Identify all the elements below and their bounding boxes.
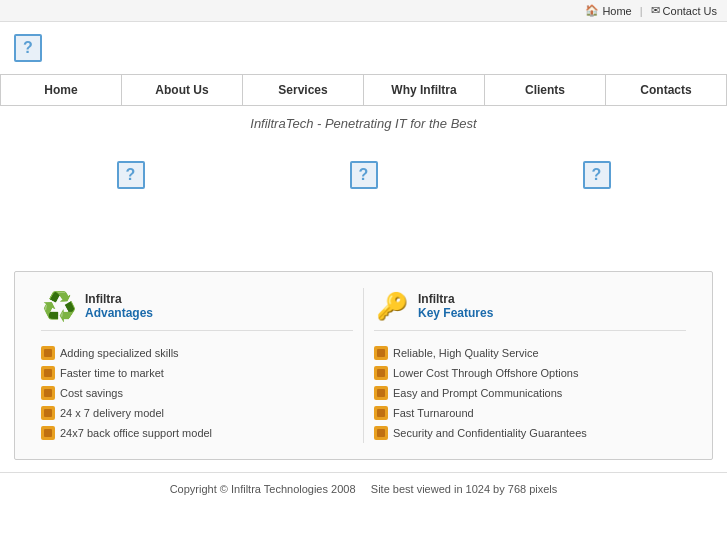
list-item: Fast Turnaround [374,403,686,423]
viewinfo-text: Site best viewed in 1024 by 768 pixels [371,483,558,495]
bullet-icon [41,366,55,380]
nav-bar: Home About Us Services Why Infiltra Clie… [0,74,727,106]
list-item: Reliable, High Quality Service [374,343,686,363]
list-item: Lower Cost Through Offshore Options [374,363,686,383]
home-icon: 🏠 [585,4,599,17]
list-item: Faster time to market [41,363,353,383]
info-panel: ♻️ Infiltra Advantages Adding specialize… [14,271,713,460]
advantages-list: Adding specialized skills Faster time to… [41,343,353,443]
image-placeholder-3: ? [583,161,611,189]
key-features-company: Infiltra [418,292,493,306]
list-item: 24x7 back office support model [41,423,353,443]
bullet-icon [41,426,55,440]
nav-why-infiltra[interactable]: Why Infiltra [364,75,485,105]
home-link-label: Home [602,5,631,17]
recycle-icon: ♻️ [41,288,77,324]
main-content: ? ? ? [0,141,727,261]
nav-about-us[interactable]: About Us [122,75,243,105]
advantages-title: Infiltra Advantages [85,292,153,320]
key-features-subtitle: Key Features [418,306,493,320]
bullet-icon [41,406,55,420]
advantages-col: ♻️ Infiltra Advantages Adding specialize… [31,288,364,443]
image-placeholder-2: ? [350,161,378,189]
key-features-list: Reliable, High Quality Service Lower Cos… [374,343,686,443]
advantages-header: ♻️ Infiltra Advantages [41,288,353,331]
key-features-header: 🔑 Infiltra Key Features [374,288,686,331]
list-item: Security and Confidentiality Guarantees [374,423,686,443]
list-item: Easy and Prompt Communications [374,383,686,403]
bullet-icon [374,386,388,400]
bullet-icon [41,386,55,400]
advantages-subtitle: Advantages [85,306,153,320]
logo-area: ? [0,22,727,74]
bullet-icon [41,346,55,360]
logo-placeholder: ? [14,34,42,62]
bullet-icon [374,346,388,360]
tagline: InfiltraTech - Penetrating IT for the Be… [0,106,727,141]
topbar-separator: | [640,5,643,17]
list-item: Adding specialized skills [41,343,353,363]
email-icon: ✉ [651,4,660,17]
bullet-icon [374,426,388,440]
image-placeholder-1: ? [117,161,145,189]
logo-symbol: ? [23,39,33,57]
bullet-icon [374,366,388,380]
list-item: 24 x 7 delivery model [41,403,353,423]
top-bar: 🏠 Home | ✉ Contact Us [0,0,727,22]
key-features-col: 🔑 Infiltra Key Features Reliable, High Q… [364,288,696,443]
advantages-company: Infiltra [85,292,153,306]
contact-link-label: Contact Us [663,5,717,17]
home-link[interactable]: 🏠 Home [585,4,631,17]
nav-home[interactable]: Home [0,75,122,105]
contact-link[interactable]: ✉ Contact Us [651,4,717,17]
bullet-icon [374,406,388,420]
footer: Copyright © Infiltra Technologies 2008 S… [0,472,727,505]
copyright-text: Copyright © Infiltra Technologies 2008 [170,483,356,495]
nav-contacts[interactable]: Contacts [606,75,727,105]
nav-clients[interactable]: Clients [485,75,606,105]
key-features-title: Infiltra Key Features [418,292,493,320]
list-item: Cost savings [41,383,353,403]
key-icon: 🔑 [374,288,410,324]
nav-services[interactable]: Services [243,75,364,105]
